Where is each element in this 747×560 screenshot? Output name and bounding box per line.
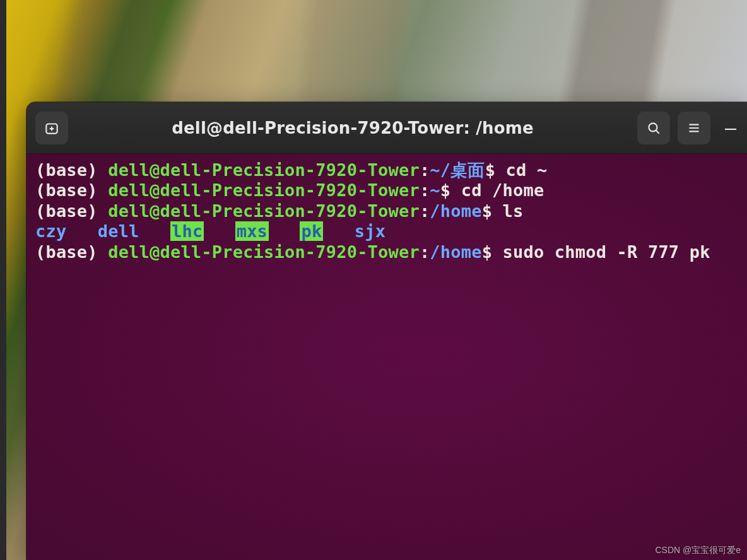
prompt-dollar: $ (482, 201, 503, 221)
terminal-body[interactable]: (base) dell@dell-Precision-7920-Tower:~/… (26, 154, 747, 271)
command-text: cd ~ (506, 160, 548, 180)
prompt-path: /home (430, 201, 481, 221)
command-input[interactable]: sudo chmod -R 777 pk (503, 242, 710, 262)
minimize-button[interactable]: – (723, 119, 738, 137)
command-text: cd /home (461, 180, 544, 200)
prompt-env: (base) (35, 201, 108, 221)
hamburger-icon (686, 120, 702, 136)
prompt-path: ~ (430, 180, 440, 200)
prompt-sep: : (420, 242, 430, 262)
prompt-env: (base) (35, 160, 108, 180)
prompt-userhost: dell@dell-Precision-7920-Tower (108, 160, 420, 180)
prompt-dollar: $ (482, 242, 503, 262)
search-icon (645, 120, 662, 136)
ls-entry: dell (98, 221, 139, 241)
prompt-env: (base) (35, 180, 108, 200)
prompt-sep: : (420, 160, 430, 180)
ls-output-line: czy dell lhc mxs pk sjx (35, 221, 738, 242)
prompt-line: (base) dell@dell-Precision-7920-Tower:/h… (35, 201, 738, 221)
watermark: CSDN @宝宝很可爱e (655, 545, 741, 556)
window-title: dell@dell-Precision-7920-Tower: /home (172, 119, 534, 137)
search-button[interactable] (637, 112, 670, 144)
prompt-line: (base) dell@dell-Precision-7920-Tower:~/… (35, 160, 738, 180)
prompt-current[interactable]: (base) dell@dell-Precision-7920-Tower:/h… (35, 242, 738, 262)
terminal-window: dell@dell-Precision-7920-Tower: /home – … (26, 102, 747, 560)
prompt-sep: : (420, 180, 430, 200)
prompt-sep: : (420, 201, 430, 221)
prompt-path: /home (430, 242, 481, 262)
prompt-userhost: dell@dell-Precision-7920-Tower (108, 180, 420, 200)
ls-entry: sjx (355, 221, 385, 241)
prompt-env: (base) (35, 242, 108, 262)
prompt-line: (base) dell@dell-Precision-7920-Tower:~$… (35, 180, 738, 201)
ls-entry: pk (300, 221, 323, 241)
ls-entry: mxs (235, 221, 269, 241)
prompt-userhost: dell@dell-Precision-7920-Tower (108, 242, 420, 262)
prompt-dollar: $ (440, 180, 461, 200)
svg-point-1 (649, 123, 657, 131)
prompt-userhost: dell@dell-Precision-7920-Tower (108, 201, 420, 221)
new-tab-button[interactable] (35, 112, 68, 144)
ls-entry: czy (35, 221, 66, 241)
hamburger-menu-button[interactable] (678, 112, 710, 144)
ls-entry: lhc (170, 221, 204, 241)
command-text: ls (503, 201, 524, 221)
prompt-path: ~/桌面 (430, 160, 485, 180)
new-tab-icon (44, 120, 60, 136)
desktop-panel-left (0, 0, 6, 560)
titlebar[interactable]: dell@dell-Precision-7920-Tower: /home – (26, 102, 747, 154)
prompt-dollar: $ (485, 160, 506, 180)
